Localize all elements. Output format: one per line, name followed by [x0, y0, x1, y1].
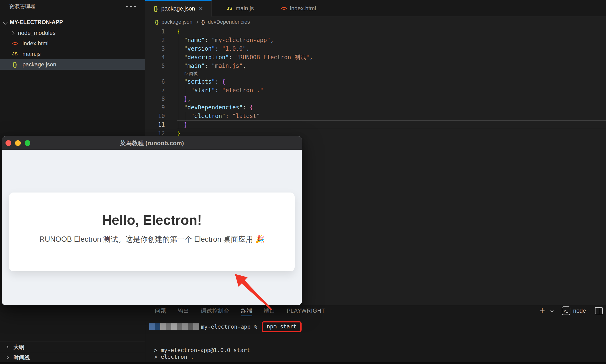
indent-guide	[186, 112, 186, 120]
electron-window-content: Hello, Electron! RUNOOB Electron 测试。这是你创…	[2, 150, 302, 305]
explorer-title: 资源管理器	[9, 3, 35, 10]
code-editor[interactable]: 1 { 2 "name": "my-electron-app", 3 "vers…	[145, 27, 606, 138]
line-number: 9	[145, 103, 165, 112]
terminal-actions: + >_ node	[539, 305, 603, 316]
more-actions-icon[interactable]	[125, 5, 137, 9]
tab-index-html[interactable]: <> index.html	[269, 0, 328, 16]
panel-tab-ports[interactable]: 端口	[264, 305, 275, 316]
code-line: 8 },	[145, 95, 606, 103]
line-number: 2	[145, 36, 165, 44]
panel-tab-terminal[interactable]: 终端	[241, 305, 252, 316]
breadcrumb: {} package.json {} devDependencies	[145, 17, 606, 27]
panel-tab-output[interactable]: 输出	[178, 305, 189, 316]
sidebar-item-node-modules[interactable]: node_modules	[0, 28, 145, 38]
sidebar-item-index-html[interactable]: <> index.html	[0, 38, 145, 49]
zoom-window-icon[interactable]	[25, 140, 30, 146]
code-line: 7 "start": "electron ."	[145, 86, 606, 95]
current-line-highlight	[177, 120, 606, 129]
terminal-prompt: my-electron-app %	[201, 324, 261, 330]
window-bottom-edge	[0, 362, 606, 364]
bottom-panel: 问题 输出 调试控制台 终端 端口 PLAYWRIGHT + >_ node	[145, 305, 606, 364]
panel-tab-problems[interactable]: 问题	[155, 305, 166, 316]
js-file-icon: JS	[227, 6, 232, 11]
terminal-command: npm start	[267, 323, 297, 330]
html-file-icon: <>	[281, 5, 287, 12]
editor-tab-bar: {} package.json × JS main.js <> index.ht…	[145, 0, 606, 17]
electron-app-window: 菜鸟教程 (runoob.com) Hello, Electron! RUNOO…	[2, 136, 302, 305]
line-number: 1	[145, 27, 165, 36]
line-number: 7	[145, 86, 165, 95]
vscode-window: { "app": { "accent_blue": "#0078d4" }, "…	[0, 0, 606, 364]
json-braces-icon: {}	[201, 19, 205, 25]
hello-heading: Hello, Electron!	[9, 212, 295, 228]
breadcrumb-symbol[interactable]: devDependencies	[208, 19, 250, 25]
explorer-header: 资源管理器	[0, 0, 145, 13]
censored-username	[149, 323, 199, 330]
terminal-icon: >_	[562, 306, 570, 315]
panel-tab-debug-console[interactable]: 调试控制台	[201, 305, 229, 316]
code-line: 2 "name": "my-electron-app",	[145, 36, 606, 44]
line-number: 6	[145, 77, 165, 86]
line-number: 5	[145, 62, 165, 70]
chevron-right-icon	[5, 345, 9, 349]
electron-title-bar[interactable]: 菜鸟教程 (runoob.com)	[2, 136, 302, 150]
indent-guide	[186, 86, 186, 95]
code-line: 4 "description": "RUNOOB Electron 测试",	[145, 53, 606, 62]
html-file-icon: <>	[11, 40, 19, 47]
js-file-icon: JS	[11, 51, 19, 57]
json-braces-icon: {}	[155, 19, 159, 25]
codelens-row: ▷调试	[145, 70, 606, 77]
chevron-down-icon	[3, 20, 7, 24]
terminal-prompt-line: my-electron-app % npm start	[149, 321, 302, 333]
close-window-icon[interactable]	[5, 140, 11, 146]
json-file-icon: {}	[153, 5, 158, 12]
panel-tab-bar: 问题 输出 调试控制台 终端 端口 PLAYWRIGHT	[145, 305, 606, 316]
tab-main-js[interactable]: JS main.js	[212, 0, 269, 16]
minimize-window-icon[interactable]	[15, 140, 21, 146]
code-line: 3 "version": "1.0.0",	[145, 44, 606, 53]
terminal-output-line: > my-electron-app@1.0.0 start	[154, 347, 250, 353]
tab-package-json[interactable]: {} package.json ×	[145, 0, 212, 17]
chevron-right-icon	[5, 356, 9, 359]
code-line: 9 "devDependencies": {	[145, 103, 606, 112]
project-root-label: MY-ELECTRON-APP	[10, 19, 63, 26]
chevron-right-icon	[195, 21, 198, 24]
json-file-icon: {}	[11, 61, 19, 68]
code-line: 6 "scripts": {	[145, 77, 606, 86]
project-root-row[interactable]: MY-ELECTRON-APP	[0, 17, 145, 28]
line-number: 11	[145, 120, 165, 129]
hello-subtitle: RUNOOB Electron 测试。这是你创建的第一个 Electron 桌面…	[9, 234, 295, 244]
chevron-down-icon[interactable]	[550, 309, 554, 312]
indent-guide	[179, 36, 179, 129]
code-line: 5 "main": "main.js",	[145, 62, 606, 70]
line-number: 10	[145, 112, 165, 120]
terminal-viewport[interactable]: my-electron-app % npm start > my-electro…	[145, 316, 606, 364]
npm-start-highlight-box: npm start	[262, 321, 302, 332]
terminal-instance-node[interactable]: >_ node	[562, 306, 586, 315]
line-number: 8	[145, 95, 165, 103]
line-number: 4	[145, 53, 165, 62]
chevron-right-icon	[10, 31, 14, 35]
new-terminal-icon[interactable]: +	[539, 306, 545, 315]
line-number: 3	[145, 44, 165, 53]
outline-section-header[interactable]: 大纲	[0, 342, 145, 352]
terminal-output-line: > electron .	[154, 353, 194, 360]
code-line: 10 "electron": "latest"	[145, 112, 606, 120]
timeline-section-header[interactable]: 时间线	[0, 352, 145, 363]
code-token: {	[177, 28, 180, 35]
close-icon[interactable]: ×	[198, 5, 203, 12]
sidebar-item-package-json[interactable]: {} package.json	[0, 59, 145, 70]
code-line: 1 {	[145, 27, 606, 36]
sidebar-item-main-js[interactable]: JS main.js	[0, 49, 145, 59]
electron-window-title: 菜鸟教程 (runoob.com)	[120, 139, 184, 147]
panel-tab-playwright[interactable]: PLAYWRIGHT	[287, 305, 325, 316]
traffic-lights	[5, 140, 30, 146]
breadcrumb-file[interactable]: package.json	[161, 19, 193, 25]
hello-card: Hello, Electron! RUNOOB Electron 测试。这是你创…	[9, 193, 295, 271]
codelens-debug[interactable]: ▷调试	[184, 70, 198, 77]
split-terminal-icon[interactable]	[595, 307, 603, 314]
